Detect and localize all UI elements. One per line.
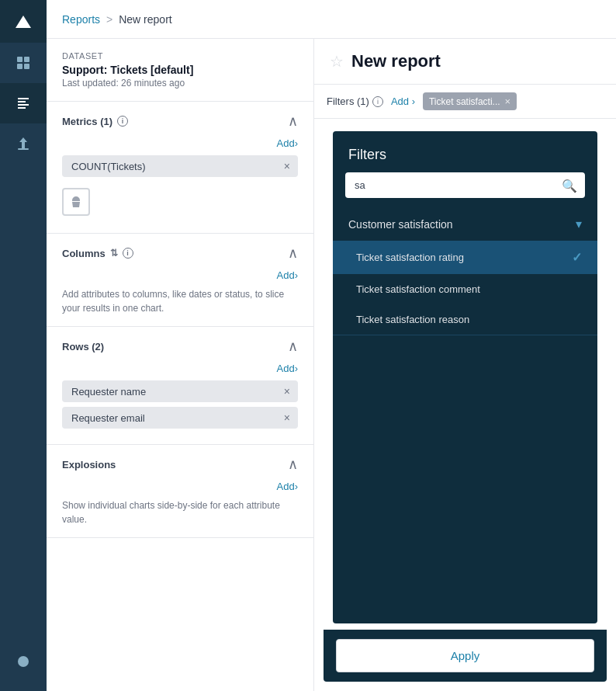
explosions-title: Explosions: [62, 459, 116, 471]
dataset-label: Dataset: [62, 51, 298, 61]
customer-satisfaction-group-title: Customer satisfaction: [348, 218, 453, 231]
dataset-section: Dataset Support: Tickets [default] Last …: [47, 39, 313, 102]
metrics-add-link[interactable]: Add: [62, 137, 298, 149]
row-chip-1-remove[interactable]: ×: [284, 411, 290, 424]
filter-item-reason[interactable]: Ticket satisfaction reason: [333, 304, 597, 335]
filter-search-wrap: 🔍: [345, 172, 585, 198]
rows-add-link[interactable]: Add: [62, 363, 298, 374]
metrics-chip-remove[interactable]: ×: [284, 160, 290, 172]
filters-add-link[interactable]: Add ›: [391, 95, 415, 107]
explosions-body: Add Show individual charts side-by-side …: [47, 481, 313, 537]
left-panel: Dataset Support: Tickets [default] Last …: [47, 39, 314, 691]
columns-body: Add Add attributes to columns, like date…: [47, 269, 313, 326]
app-logo: [0, 0, 47, 43]
columns-placeholder: Add attributes to columns, like dates or…: [62, 287, 298, 315]
dropdown-wrapper: Filters 🔍 Customer satisfaction: [314, 119, 616, 630]
metrics-body: Add COUNT(Tickets) ×: [47, 137, 313, 233]
filter-item-rating[interactable]: Ticket satisfaction rating ✓: [333, 241, 597, 274]
columns-title: Columns ⇅ i: [62, 248, 133, 259]
nav-item-upload[interactable]: [0, 123, 47, 164]
customer-satisfaction-group: Customer satisfaction ▾ Ticket satisfact…: [333, 207, 597, 335]
row-chip-0: Requester name ×: [62, 380, 298, 402]
svg-rect-1: [24, 57, 29, 62]
rows-collapse-icon[interactable]: ∧: [288, 338, 298, 355]
logo-icon: [16, 16, 31, 28]
metrics-section: Metrics (1) i ∧ Add COUNT(Tickets) ×: [47, 102, 313, 234]
columns-info-icon[interactable]: i: [123, 248, 133, 259]
upload-icon: [16, 136, 31, 151]
explosions-placeholder: Show individual charts side-by-side for …: [62, 498, 298, 526]
metrics-info-icon[interactable]: i: [117, 116, 128, 127]
explosions-collapse-icon[interactable]: ∧: [288, 456, 298, 473]
rows-section: Rows (2) ∧ Add Requester name × Requeste…: [47, 327, 313, 445]
right-panel: ☆ New report Filters (1) i Add › Ticket …: [314, 39, 616, 691]
filter-item-reason-label: Ticket satisfaction reason: [356, 314, 469, 325]
columns-collapse-icon[interactable]: ∧: [288, 245, 298, 262]
apply-section: Apply: [314, 630, 616, 691]
nav-item-reports[interactable]: [0, 83, 47, 123]
dashboard-icon: [16, 55, 31, 71]
left-navigation: [0, 0, 47, 691]
filter-search-input[interactable]: [345, 172, 585, 198]
svg-rect-2: [17, 64, 22, 69]
rows-header: Rows (2) ∧: [47, 327, 313, 363]
breadcrumb-reports-link[interactable]: Reports: [62, 13, 100, 26]
reports-icon: [16, 95, 31, 111]
filter-item-comment-label: Ticket satisfaction comment: [356, 283, 480, 295]
filter-search-container: 🔍: [333, 172, 597, 207]
search-icon: 🔍: [562, 178, 577, 193]
filters-label: Filters (1) i: [327, 95, 383, 107]
report-header: ☆ New report: [314, 39, 616, 85]
svg-rect-4: [18, 148, 29, 150]
explosions-section: Explosions ∧ Add Show individual charts …: [47, 445, 313, 538]
columns-sort-icon: ⇅: [110, 248, 118, 259]
report-title: New report: [351, 51, 441, 71]
customer-satisfaction-group-header[interactable]: Customer satisfaction ▾: [333, 207, 597, 241]
filters-info-icon[interactable]: i: [372, 96, 383, 107]
filter-item-rating-check: ✓: [572, 250, 582, 265]
main-content: Reports > New report Dataset Support: Ti…: [47, 0, 616, 691]
breadcrumb: Reports > New report: [47, 0, 616, 39]
metrics-chip: COUNT(Tickets) ×: [62, 155, 298, 177]
dataset-updated: Last updated: 26 minutes ago: [62, 78, 298, 89]
columns-add-link[interactable]: Add: [62, 269, 298, 281]
metrics-collapse-icon[interactable]: ∧: [288, 113, 298, 130]
content-area: Dataset Support: Tickets [default] Last …: [47, 39, 616, 691]
star-icon[interactable]: ☆: [330, 52, 344, 71]
explosions-header: Explosions ∧: [47, 445, 313, 481]
breadcrumb-separator: >: [106, 13, 112, 26]
nav-item-dashboard[interactable]: [0, 43, 47, 83]
active-filter-chip-remove[interactable]: ×: [505, 95, 511, 107]
nav-item-settings[interactable]: [0, 641, 47, 682]
metrics-title: Metrics (1) i: [62, 116, 128, 127]
apply-inner: Apply: [324, 630, 607, 682]
filters-panel-title: Filters: [333, 131, 597, 172]
active-filter-chip[interactable]: Ticket satisfacti... ×: [423, 92, 517, 110]
svg-rect-0: [17, 57, 22, 62]
rows-title: Rows (2): [62, 341, 104, 352]
apply-button[interactable]: Apply: [336, 639, 594, 672]
breadcrumb-current: New report: [119, 13, 171, 26]
filter-item-comment[interactable]: Ticket satisfaction comment: [333, 274, 597, 304]
customer-satisfaction-group-arrow: ▾: [576, 217, 582, 231]
filters-dropdown-panel: Filters 🔍 Customer satisfaction: [333, 131, 597, 623]
columns-header: Columns ⇅ i ∧: [47, 234, 313, 269]
columns-section: Columns ⇅ i ∧ Add Add attributes to colu…: [47, 234, 313, 327]
filter-item-rating-label: Ticket satisfaction rating: [356, 252, 464, 263]
rows-body: Add Requester name × Requester email ×: [47, 363, 313, 444]
explosions-add-link[interactable]: Add: [62, 481, 298, 492]
metrics-header: Metrics (1) i ∧: [47, 102, 313, 137]
svg-rect-3: [24, 64, 29, 69]
dataset-name: Support: Tickets [default]: [62, 64, 298, 76]
row-chip-0-remove[interactable]: ×: [284, 385, 290, 398]
bucket-icon[interactable]: [62, 188, 90, 216]
settings-icon: [16, 654, 31, 669]
filters-bar: Filters (1) i Add › Ticket satisfacti...…: [314, 85, 616, 119]
row-chip-1: Requester email ×: [62, 407, 298, 429]
